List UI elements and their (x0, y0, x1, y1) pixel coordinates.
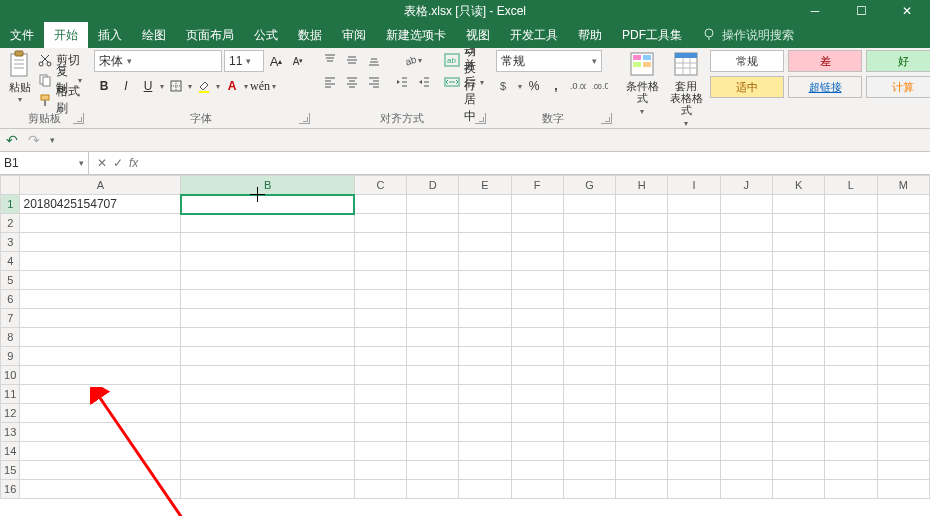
orientation-icon[interactable]: ab▾ (392, 50, 434, 70)
cell-H5[interactable] (616, 271, 668, 290)
comma-icon[interactable]: , (546, 76, 566, 96)
cell-H13[interactable] (616, 423, 668, 442)
cell-L10[interactable] (825, 366, 877, 385)
row-header-13[interactable]: 13 (1, 423, 20, 442)
cell-C12[interactable] (354, 404, 406, 423)
cell-L14[interactable] (825, 442, 877, 461)
cell-F2[interactable] (511, 214, 563, 233)
cell-J16[interactable] (720, 480, 772, 499)
cell-H8[interactable] (616, 328, 668, 347)
col-header-K[interactable]: K (772, 176, 824, 195)
cell-A14[interactable] (20, 442, 181, 461)
cell-G11[interactable] (563, 385, 615, 404)
cell-L13[interactable] (825, 423, 877, 442)
minimize-button[interactable]: ─ (792, 0, 838, 22)
cell-J3[interactable] (720, 233, 772, 252)
name-box[interactable]: B1▾ (0, 152, 89, 174)
paste-icon[interactable] (7, 50, 33, 80)
cell-B7[interactable] (181, 309, 354, 328)
cell-I13[interactable] (668, 423, 720, 442)
cell-E4[interactable] (459, 252, 511, 271)
cell-H15[interactable] (616, 461, 668, 480)
tab-公式[interactable]: 公式 (244, 22, 288, 48)
dialog-launcher-icon[interactable] (601, 113, 612, 124)
cell-J5[interactable] (720, 271, 772, 290)
decrease-font-icon[interactable]: A▾ (288, 51, 308, 71)
cell-G2[interactable] (563, 214, 615, 233)
row-header-12[interactable]: 12 (1, 404, 20, 423)
cell-A15[interactable] (20, 461, 181, 480)
tab-审阅[interactable]: 审阅 (332, 22, 376, 48)
cell-E3[interactable] (459, 233, 511, 252)
cell-J8[interactable] (720, 328, 772, 347)
col-header-E[interactable]: E (459, 176, 511, 195)
cell-E11[interactable] (459, 385, 511, 404)
cell-A12[interactable] (20, 404, 181, 423)
cell-F12[interactable] (511, 404, 563, 423)
cell-K1[interactable] (772, 195, 824, 214)
cell-K12[interactable] (772, 404, 824, 423)
cell-F3[interactable] (511, 233, 563, 252)
col-header-M[interactable]: M (877, 176, 929, 195)
cell-B14[interactable] (181, 442, 354, 461)
cell-I3[interactable] (668, 233, 720, 252)
cell-L4[interactable] (825, 252, 877, 271)
cell-G10[interactable] (563, 366, 615, 385)
cell-D14[interactable] (407, 442, 459, 461)
cell-J9[interactable] (720, 347, 772, 366)
decrease-indent-icon[interactable] (392, 72, 412, 92)
cell-I16[interactable] (668, 480, 720, 499)
row-header-10[interactable]: 10 (1, 366, 20, 385)
cell-F8[interactable] (511, 328, 563, 347)
cell-H1[interactable] (616, 195, 668, 214)
cell-M9[interactable] (877, 347, 929, 366)
cell-I1[interactable] (668, 195, 720, 214)
cell-G8[interactable] (563, 328, 615, 347)
align-top-icon[interactable] (320, 50, 340, 70)
cell-E9[interactable] (459, 347, 511, 366)
cell-C7[interactable] (354, 309, 406, 328)
row-header-3[interactable]: 3 (1, 233, 20, 252)
tab-页面布局[interactable]: 页面布局 (176, 22, 244, 48)
cell-J6[interactable] (720, 290, 772, 309)
fx-icon[interactable]: fx (129, 156, 138, 170)
cell-F1[interactable] (511, 195, 563, 214)
cell-D7[interactable] (407, 309, 459, 328)
cell-H9[interactable] (616, 347, 668, 366)
row-header-14[interactable]: 14 (1, 442, 20, 461)
cell-L15[interactable] (825, 461, 877, 480)
cell-K16[interactable] (772, 480, 824, 499)
cell-F13[interactable] (511, 423, 563, 442)
cell-D9[interactable] (407, 347, 459, 366)
cell-H7[interactable] (616, 309, 668, 328)
increase-indent-icon[interactable] (414, 72, 434, 92)
cell-L11[interactable] (825, 385, 877, 404)
row-header-16[interactable]: 16 (1, 480, 20, 499)
select-all-corner[interactable] (1, 176, 20, 195)
row-header-9[interactable]: 9 (1, 347, 20, 366)
cell-M16[interactable] (877, 480, 929, 499)
cell-B12[interactable] (181, 404, 354, 423)
row-header-6[interactable]: 6 (1, 290, 20, 309)
maximize-button[interactable]: ☐ (838, 0, 884, 22)
cell-I10[interactable] (668, 366, 720, 385)
cancel-formula-icon[interactable]: ✕ (97, 156, 107, 170)
cell-C1[interactable] (354, 195, 406, 214)
cell-I5[interactable] (668, 271, 720, 290)
font-color-icon[interactable]: A (222, 76, 242, 96)
cell-I14[interactable] (668, 442, 720, 461)
cell-G6[interactable] (563, 290, 615, 309)
cell-A10[interactable] (20, 366, 181, 385)
tab-文件[interactable]: 文件 (0, 22, 44, 48)
paste-label[interactable]: 粘贴 (9, 80, 31, 95)
cell-B16[interactable] (181, 480, 354, 499)
cell-K4[interactable] (772, 252, 824, 271)
conditional-format-button[interactable]: 条件格式▾ (622, 50, 662, 118)
tab-视图[interactable]: 视图 (456, 22, 500, 48)
cell-B4[interactable] (181, 252, 354, 271)
cell-G5[interactable] (563, 271, 615, 290)
qat-customize-icon[interactable]: ▾ (50, 135, 55, 145)
cell-M2[interactable] (877, 214, 929, 233)
cell-G16[interactable] (563, 480, 615, 499)
cell-H11[interactable] (616, 385, 668, 404)
